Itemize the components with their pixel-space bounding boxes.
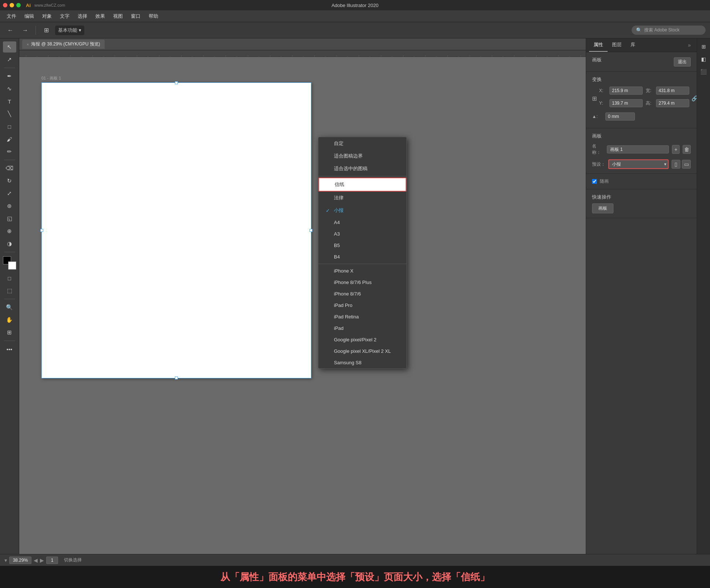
dropdown-item-ipad[interactable]: iPad <box>318 322 406 334</box>
background-color[interactable] <box>8 261 16 270</box>
tool-artboard[interactable]: ⊞ <box>3 327 16 338</box>
dropdown-item-legal[interactable]: 法律 <box>318 192 406 204</box>
search-bar[interactable]: 🔍 搜索 Adobe Stock <box>632 26 706 35</box>
tool-view-mode[interactable]: □ <box>3 273 16 284</box>
zoom-out-button[interactable]: ▾ <box>4 557 7 563</box>
handle-right[interactable] <box>310 229 312 232</box>
dropdown-item-google-pixel2xl[interactable]: Google pixel XL/Pixel 2 XL <box>318 345 406 357</box>
handle-bottom[interactable] <box>175 376 178 379</box>
dropdown-item-ipad-pro[interactable]: iPad Pro <box>318 300 406 311</box>
tool-eraser[interactable]: ⌫ <box>3 163 16 174</box>
menu-view[interactable]: 视图 <box>109 11 126 21</box>
color-selector[interactable] <box>3 256 16 270</box>
tool-paintbrush[interactable]: 🖌 <box>3 134 16 145</box>
preset-landscape-icon[interactable]: ▭ <box>682 160 691 169</box>
tool-sep-2 <box>4 160 15 160</box>
dropdown-item-letter[interactable]: 信纸 <box>318 178 406 192</box>
minimize-button[interactable] <box>10 3 14 7</box>
toolbar-forward[interactable]: → <box>19 24 31 36</box>
maximize-button[interactable] <box>16 3 21 7</box>
layers-panel-icon[interactable]: ◧ <box>699 54 709 64</box>
menu-file[interactable]: 文件 <box>3 11 20 21</box>
tool-shape-builder[interactable]: ⊕ <box>3 226 16 237</box>
menu-select[interactable]: 选择 <box>74 11 91 21</box>
tool-more[interactable]: ••• <box>3 344 16 355</box>
add-artboard-button[interactable]: + <box>672 145 680 154</box>
x-input[interactable] <box>609 87 643 95</box>
panel-expand-icon[interactable]: » <box>685 39 694 51</box>
tool-pen[interactable]: ✒ <box>3 71 16 82</box>
exit-button[interactable]: 退出 <box>674 57 691 67</box>
toolbar-back[interactable]: ← <box>4 24 16 36</box>
handle-top[interactable] <box>175 81 178 84</box>
y-label: Y: <box>599 101 606 106</box>
dropdown-item-b4[interactable]: B4 <box>318 251 406 263</box>
dropdown-item-iphone876[interactable]: iPhone 8/7/6 <box>318 288 406 300</box>
menu-object[interactable]: 对象 <box>38 11 55 21</box>
height-input[interactable] <box>656 99 689 107</box>
tool-zoom[interactable]: 🔍 <box>3 302 16 313</box>
dropdown-item-b5[interactable]: B5 <box>318 240 406 251</box>
left-toolbar: ↖ ↗ ✒ ∿ T ╲ □ 🖌 ✏ ⌫ ↻ ⤢ ⊛ ◱ ⊕ ◑ □ ⬚ 🔍 ✋ … <box>0 38 19 554</box>
preset-select[interactable]: 小报 <box>608 159 669 169</box>
dropdown-item-fit-artwork[interactable]: 适合图稿边界 <box>318 150 406 162</box>
quick-artboard-button[interactable]: 画板 <box>592 203 613 213</box>
tool-text[interactable]: T <box>3 96 16 107</box>
dropdown-item-a4[interactable]: A4 <box>318 217 406 228</box>
dropdown-item-custom[interactable]: 自定 <box>318 137 406 150</box>
angle-input[interactable] <box>605 112 635 121</box>
toolbar-grid[interactable]: ⊞ <box>40 24 52 36</box>
tool-line[interactable]: ╲ <box>3 108 16 119</box>
tool-direct-select[interactable]: ↗ <box>3 54 16 65</box>
tool-warp[interactable]: ⊛ <box>3 200 16 212</box>
dropdown-item-ipad-retina[interactable]: iPad Retina <box>318 311 406 322</box>
follow-artwork-checkbox[interactable] <box>592 179 597 184</box>
menu-window[interactable]: 窗口 <box>127 11 144 21</box>
menu-edit[interactable]: 编辑 <box>21 11 38 21</box>
document-tabs: × 海报 @ 38.29% (CMYK/GPU 预览) <box>19 38 586 50</box>
dropdown-item-samsung-s8[interactable]: Samsung S8 <box>318 357 406 368</box>
tab-close-button[interactable]: × <box>27 42 29 47</box>
tab-title: 海报 @ 38.29% (CMYK/GPU 预览) <box>31 41 100 47</box>
tab-properties[interactable]: 属性 <box>589 38 608 52</box>
export-panel-icon[interactable]: ⬛ <box>699 67 709 77</box>
properties-panel-icon[interactable]: ⊞ <box>699 41 709 52</box>
menu-effect[interactable]: 效果 <box>92 11 109 21</box>
canvas-inner: 01 - 画板 1 <box>19 57 586 554</box>
width-input[interactable] <box>656 87 689 95</box>
tool-select[interactable]: ↖ <box>3 41 16 53</box>
tool-rotate[interactable]: ↻ <box>3 175 16 186</box>
dropdown-sep-1 <box>318 176 406 176</box>
y-input[interactable] <box>609 99 643 107</box>
close-button[interactable] <box>3 3 7 7</box>
tab-layers[interactable]: 图层 <box>608 38 626 52</box>
dropdown-item-a3[interactable]: A3 <box>318 228 406 240</box>
tool-change-screen[interactable]: ⬚ <box>3 285 16 296</box>
dropdown-item-google-pixel2[interactable]: Google pixel/Pixel 2 <box>318 334 406 345</box>
zoom-input[interactable] <box>9 557 31 564</box>
workspace-toggle[interactable]: 基本功能 ▾ <box>55 26 84 35</box>
tool-gradient[interactable]: ◑ <box>3 238 16 249</box>
handle-left[interactable] <box>40 229 43 232</box>
dropdown-item-iphone876plus[interactable]: iPhone 8/7/6 Plus <box>318 277 406 288</box>
dropdown-item-iphone-x[interactable]: iPhone X <box>318 265 406 277</box>
tool-scale[interactable]: ⤢ <box>3 188 16 199</box>
dropdown-item-fit-selection[interactable]: 适合选中的图稿 <box>318 162 406 175</box>
page-input[interactable] <box>46 557 58 564</box>
nav-prev-button[interactable]: ◀ <box>34 557 38 563</box>
tool-rect[interactable]: □ <box>3 121 16 132</box>
tool-sep-1 <box>4 68 15 68</box>
document-tab-item[interactable]: × 海报 @ 38.29% (CMYK/GPU 预览) <box>22 40 105 49</box>
tool-pencil[interactable]: ✏ <box>3 146 16 157</box>
delete-artboard-button[interactable]: 🗑 <box>683 145 691 154</box>
preset-portrait-icon[interactable]: ▯ <box>672 160 680 169</box>
artboard-name-input[interactable] <box>607 145 669 153</box>
tab-library[interactable]: 库 <box>626 38 640 52</box>
menu-help[interactable]: 帮助 <box>145 11 162 21</box>
nav-next-button[interactable]: ▶ <box>40 557 44 563</box>
dropdown-item-tabloid[interactable]: ✓ 小报 <box>318 204 406 217</box>
tool-hand[interactable]: ✋ <box>3 314 16 325</box>
tool-curvature[interactable]: ∿ <box>3 83 16 94</box>
tool-free-transform[interactable]: ◱ <box>3 213 16 224</box>
menu-text[interactable]: 文字 <box>56 11 73 21</box>
